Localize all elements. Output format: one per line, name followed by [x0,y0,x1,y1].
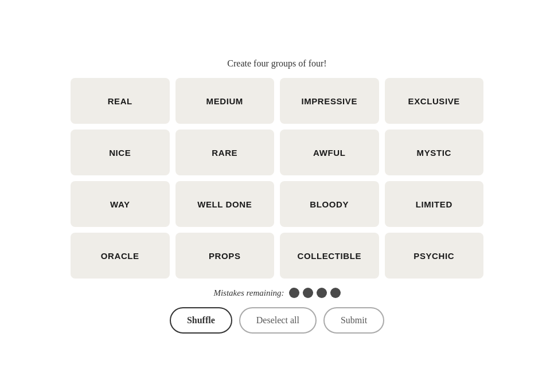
tile-6[interactable]: RARE [175,130,275,175]
tile-14[interactable]: PROPS [175,233,275,279]
tile-2[interactable]: MEDIUM [175,78,275,124]
mistakes-label: Mistakes remaining: [213,288,284,298]
tile-13[interactable]: ORACLE [71,233,170,279]
tile-12[interactable]: LIMITED [385,181,484,227]
tile-1[interactable]: REAL [71,78,170,124]
mistakes-dots [289,288,341,298]
tile-4[interactable]: EXCLUSIVE [385,78,484,124]
mistake-dot-2 [303,288,313,298]
submit-button[interactable]: Submit [323,307,384,334]
tile-10[interactable]: WELL DONE [175,181,275,227]
tile-15[interactable]: COLLECTIBLE [280,233,379,279]
mistake-dot-1 [289,288,299,298]
shuffle-button[interactable]: Shuffle [170,307,232,334]
subtitle: Create four groups of four! [227,58,326,69]
deselect-button[interactable]: Deselect all [239,307,317,334]
mistake-dot-3 [317,288,327,298]
mistake-dot-4 [330,288,341,298]
tile-8[interactable]: MYSTIC [385,130,484,175]
tile-grid: REALMEDIUMIMPRESSIVEEXCLUSIVENICERAREAWF… [71,78,483,279]
tile-16[interactable]: PSYCHIC [385,233,484,279]
tile-5[interactable]: NICE [71,130,170,175]
mistakes-row: Mistakes remaining: [213,288,340,298]
tile-3[interactable]: IMPRESSIVE [280,78,379,124]
buttons-row: Shuffle Deselect all Submit [170,307,384,334]
game-container: Create four groups of four! REALMEDIUMIM… [59,47,495,345]
tile-9[interactable]: WAY [71,181,170,227]
tile-11[interactable]: BLOODY [280,181,379,227]
tile-7[interactable]: AWFUL [280,130,379,175]
